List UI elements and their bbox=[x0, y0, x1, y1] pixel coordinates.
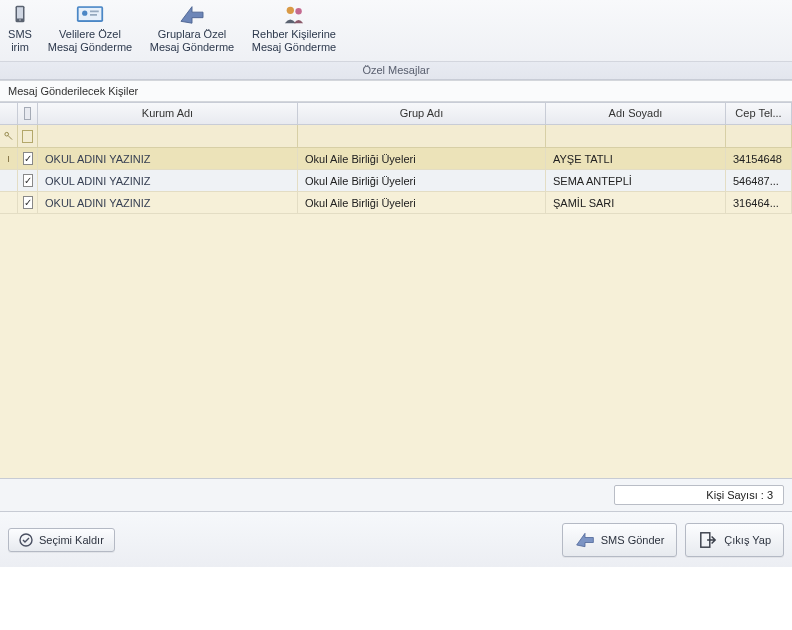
ribbon-grup-line1: Gruplara Özel bbox=[158, 28, 226, 40]
ribbon-rehber-line1: Rehber Kişilerine bbox=[252, 28, 336, 40]
svg-point-12 bbox=[20, 534, 32, 546]
row-cep: 316464... bbox=[726, 192, 792, 213]
row-checkbox[interactable] bbox=[23, 174, 33, 187]
ribbon-rehber-button[interactable]: Rehber KişilerineMesaj Gönderme bbox=[244, 0, 344, 61]
send-sms-label: SMS Gönder bbox=[601, 534, 665, 546]
svg-rect-1 bbox=[17, 7, 23, 18]
ribbon-grup-button[interactable]: Gruplara ÖzelMesaj Gönderme bbox=[142, 0, 242, 61]
svg-point-2 bbox=[19, 19, 21, 21]
table-row[interactable]: I OKUL ADINI YAZINIZ Okul Aile Birliği Ü… bbox=[0, 148, 792, 170]
svg-rect-6 bbox=[90, 11, 99, 13]
recipients-grid: Kurum Adı Grup Adı Adı Soyadı Cep Tel...… bbox=[0, 102, 792, 478]
row-ad: AYŞE TATLI bbox=[546, 148, 726, 169]
section-header: Mesaj Gönderilecek Kişiler bbox=[0, 80, 792, 102]
person-count-box: Kişi Sayısı : 3 bbox=[614, 485, 784, 505]
header-ad[interactable]: Adı Soyadı bbox=[546, 103, 726, 124]
header-cep[interactable]: Cep Tel... bbox=[726, 103, 792, 124]
row-kurum: OKUL ADINI YAZINIZ bbox=[38, 192, 298, 213]
exit-icon bbox=[698, 530, 718, 550]
row-grup: Okul Aile Birliği Üyeleri bbox=[298, 192, 546, 213]
row-ad: ŞAMİL SARI bbox=[546, 192, 726, 213]
row-checkbox[interactable] bbox=[23, 152, 33, 165]
filter-check-cell[interactable] bbox=[18, 125, 38, 147]
header-checkbox[interactable] bbox=[18, 103, 38, 124]
ribbon-veli-line2: Mesaj Gönderme bbox=[48, 41, 132, 53]
filter-checkbox[interactable] bbox=[22, 130, 33, 143]
row-check-cell[interactable] bbox=[18, 170, 38, 191]
sms-phone-icon bbox=[4, 2, 36, 26]
send-sms-button[interactable]: SMS Gönder bbox=[562, 523, 678, 557]
svg-line-11 bbox=[8, 136, 12, 140]
svg-point-9 bbox=[295, 8, 301, 14]
header-checkbox-box[interactable] bbox=[24, 107, 31, 120]
exit-button[interactable]: Çıkış Yap bbox=[685, 523, 784, 557]
filter-ad[interactable] bbox=[546, 125, 726, 147]
row-grup: Okul Aile Birliği Üyeleri bbox=[298, 170, 546, 191]
row-ad: SEMA ANTEPLİ bbox=[546, 170, 726, 191]
filter-grup[interactable] bbox=[298, 125, 546, 147]
footer-bar: Kişi Sayısı : 3 bbox=[0, 478, 792, 511]
table-row[interactable]: OKUL ADINI YAZINIZ Okul Aile Birliği Üye… bbox=[0, 170, 792, 192]
ribbon-sms-line1: SMS bbox=[8, 28, 32, 40]
svg-rect-7 bbox=[90, 14, 97, 16]
button-bar: Seçimi Kaldır SMS Gönder Çıkış Yap bbox=[0, 511, 792, 567]
row-indicator: I bbox=[0, 148, 18, 169]
grid-body: I OKUL ADINI YAZINIZ Okul Aile Birliği Ü… bbox=[0, 148, 792, 478]
clear-selection-button[interactable]: Seçimi Kaldır bbox=[8, 528, 115, 552]
svg-point-8 bbox=[287, 7, 294, 14]
ribbon-sms-button[interactable]: SMSirim bbox=[2, 0, 38, 61]
cursor-mark-icon: I bbox=[7, 154, 10, 164]
row-kurum: OKUL ADINI YAZINIZ bbox=[38, 148, 298, 169]
header-indicator bbox=[0, 103, 18, 124]
ribbon-sms-line2: irim bbox=[11, 41, 29, 53]
header-grup[interactable]: Grup Adı bbox=[298, 103, 546, 124]
exit-label: Çıkış Yap bbox=[724, 534, 771, 546]
send-arrow-icon bbox=[176, 2, 208, 26]
svg-point-5 bbox=[82, 11, 87, 16]
ribbon-grup-line2: Mesaj Gönderme bbox=[150, 41, 234, 53]
ribbon-group-label: Özel Mesajlar bbox=[0, 61, 792, 79]
ribbon-rehber-line2: Mesaj Gönderme bbox=[252, 41, 336, 53]
table-row[interactable]: OKUL ADINI YAZINIZ Okul Aile Birliği Üye… bbox=[0, 192, 792, 214]
row-cep: 546487... bbox=[726, 170, 792, 191]
row-indicator bbox=[0, 170, 18, 191]
filter-cep[interactable] bbox=[726, 125, 792, 147]
row-check-cell[interactable] bbox=[18, 148, 38, 169]
grid-header: Kurum Adı Grup Adı Adı Soyadı Cep Tel... bbox=[0, 102, 792, 125]
grid-filter-row bbox=[0, 125, 792, 148]
contact-card-icon bbox=[74, 2, 106, 26]
row-grup: Okul Aile Birliği Üyeleri bbox=[298, 148, 546, 169]
ribbon-veli-button[interactable]: Velilere ÖzelMesaj Gönderme bbox=[40, 0, 140, 61]
filter-key-icon bbox=[4, 131, 13, 141]
ribbon-buttons: SMSirim Velilere ÖzelMesaj Gönderme Grup… bbox=[0, 0, 792, 61]
ribbon-veli-line1: Velilere Özel bbox=[59, 28, 121, 40]
row-checkbox[interactable] bbox=[23, 196, 33, 209]
header-kurum[interactable]: Kurum Adı bbox=[38, 103, 298, 124]
row-indicator bbox=[0, 192, 18, 213]
svg-point-10 bbox=[5, 132, 9, 136]
row-cep: 34154648 bbox=[726, 148, 792, 169]
filter-indicator bbox=[0, 125, 18, 147]
send-sms-icon bbox=[575, 530, 595, 550]
filter-kurum[interactable] bbox=[38, 125, 298, 147]
row-check-cell[interactable] bbox=[18, 192, 38, 213]
clear-check-icon bbox=[19, 533, 33, 547]
people-icon bbox=[278, 2, 310, 26]
row-kurum: OKUL ADINI YAZINIZ bbox=[38, 170, 298, 191]
clear-selection-label: Seçimi Kaldır bbox=[39, 534, 104, 546]
